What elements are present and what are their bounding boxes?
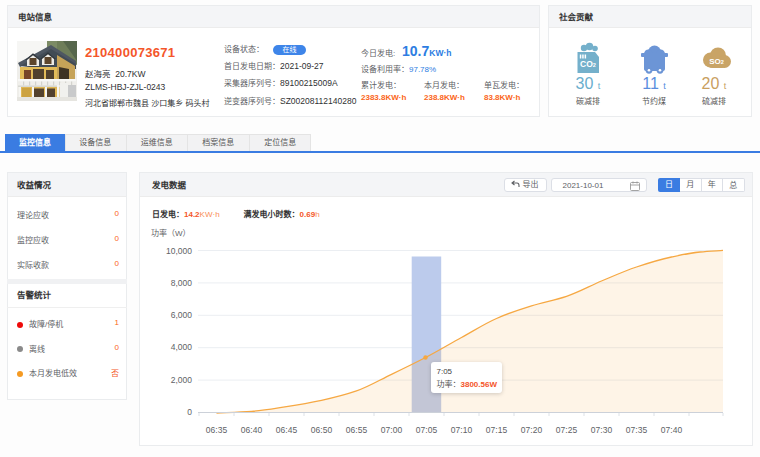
svg-text:0: 0	[187, 407, 192, 417]
svg-text:SO2: SO2	[709, 56, 724, 65]
svg-text:07:30: 07:30	[591, 425, 613, 435]
svg-text:07:15: 07:15	[486, 425, 508, 435]
svg-text:07:10: 07:10	[451, 425, 473, 435]
svg-text:07:25: 07:25	[556, 425, 578, 435]
svg-text:07:05: 07:05	[416, 425, 438, 435]
svg-text:07:40: 07:40	[661, 425, 683, 435]
svg-text:07:00: 07:00	[381, 425, 403, 435]
svg-text:10,000: 10,000	[166, 246, 192, 256]
svg-text:07:20: 07:20	[521, 425, 543, 435]
svg-text:06:45: 06:45	[276, 425, 298, 435]
svg-text:06:40: 06:40	[241, 425, 263, 435]
svg-text:06:55: 06:55	[346, 425, 368, 435]
svg-text:功率（W）: 功率（W）	[151, 228, 191, 238]
svg-text:2,000: 2,000	[171, 375, 193, 385]
svg-text:6,000: 6,000	[171, 310, 193, 320]
svg-text:8,000: 8,000	[171, 278, 193, 288]
svg-text:06:50: 06:50	[311, 425, 333, 435]
svg-text:4,000: 4,000	[171, 342, 193, 352]
svg-text:07:35: 07:35	[626, 425, 648, 435]
svg-text:06:35: 06:35	[206, 425, 228, 435]
